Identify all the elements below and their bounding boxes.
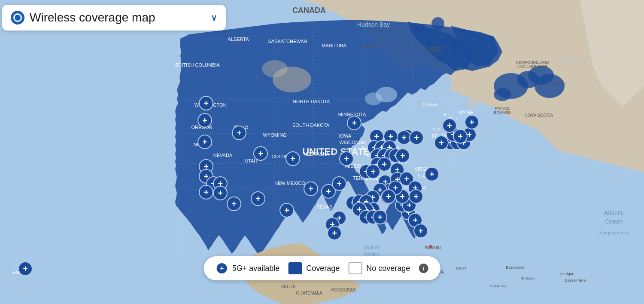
svg-text:Labrador Sea: Labrador Sea [556, 58, 587, 64]
svg-text:VT: VT [444, 112, 450, 117]
zoom-marker-ca4[interactable]: + [227, 197, 241, 211]
svg-point-2 [416, 24, 425, 32]
legend-bar: + 5G+ available Coverage No coverage i [204, 256, 440, 280]
zoom-marker-al2[interactable]: + [373, 210, 387, 224]
zoom-marker-me1[interactable]: + [465, 115, 479, 129]
svg-text:N.Y.: N.Y. [432, 127, 441, 132]
svg-text:TEXAS: TEXAS [317, 204, 332, 209]
svg-text:GUATEMALA: GUATEMALA [296, 291, 322, 295]
zoom-marker-co2[interactable]: + [286, 151, 300, 166]
zoom-marker-tx1[interactable]: + [279, 203, 294, 218]
zoom-marker-nc2[interactable]: + [409, 189, 423, 204]
svg-text:NORTH DAKOTA: NORTH DAKOTA [293, 99, 330, 104]
svg-text:NEBRASKA: NEBRASKA [304, 151, 330, 157]
legend-coverage-label: Coverage [306, 264, 340, 273]
coverage-swatch [288, 262, 302, 274]
svg-point-1 [431, 17, 444, 30]
svg-text:SASKATCHEWAN: SASKATCHEWAN [268, 39, 307, 44]
svg-point-10 [535, 74, 565, 98]
zoom-marker-vt1[interactable]: + [442, 118, 457, 133]
map-container: CANADA UNITED STATES WASHINGTON OREGON N… [0, 0, 644, 304]
map-title: Wireless coverage map [30, 11, 206, 25]
zoom-marker-mo2[interactable]: + [366, 164, 380, 179]
svg-text:QUEBEC: QUEBEC [424, 46, 444, 52]
svg-text:St-Pierre: St-Pierre [550, 82, 566, 86]
zoom-marker-nw3[interactable]: + [232, 126, 246, 140]
chevron-down-icon: ∨ [211, 12, 217, 23]
svg-text:NOVA SCOTIA: NOVA SCOTIA [524, 113, 553, 118]
svg-point-3 [443, 37, 450, 44]
svg-text:NEW MEXICO: NEW MEXICO [274, 181, 306, 186]
svg-text:MAINE: MAINE [459, 110, 474, 115]
zoom-marker-oh1[interactable]: + [409, 130, 424, 145]
legend-coverage-item: Coverage [288, 262, 340, 274]
zoom-marker-ne1[interactable]: + [339, 151, 354, 166]
svg-text:Basseterre: Basseterre [506, 265, 525, 270]
svg-text:AND LABRADOR: AND LABRADOR [517, 64, 548, 69]
svg-text:Gulf of: Gulf of [364, 245, 379, 251]
zoom-marker-ky2[interactable]: + [395, 148, 410, 163]
zoom-marker-ca1[interactable]: + [199, 185, 213, 200]
svg-text:EDWARD: EDWARD [494, 111, 511, 115]
zoom-marker-tn6[interactable]: + [381, 189, 396, 204]
svg-text:HAITI: HAITI [456, 266, 466, 270]
svg-text:CANADA: CANADA [292, 6, 326, 15]
svg-text:BELIZE: BELIZE [281, 284, 296, 289]
zoom-marker-ca3[interactable]: + [213, 186, 228, 200]
svg-point-15 [466, 98, 479, 108]
svg-text:Hudson Bay: Hudson Bay [357, 21, 390, 28]
svg-text:Basse-Terre: Basse-Terre [565, 278, 586, 283]
legend-5g-item: + 5G+ available [216, 262, 280, 274]
svg-point-9 [494, 88, 511, 101]
zoom-marker-la1[interactable]: + [332, 176, 346, 191]
info-icon[interactable]: i [419, 264, 428, 273]
zoom-marker-ok1[interactable]: + [304, 181, 318, 196]
svg-text:U.S.(U.S.): U.S.(U.S.) [490, 284, 506, 288]
svg-text:WISCONSIN: WISCONSIN [339, 140, 367, 145]
svg-point-4 [450, 42, 460, 52]
svg-text:IOWA: IOWA [339, 133, 352, 138]
zoom-marker-nw1[interactable]: + [199, 96, 213, 111]
svg-text:Sargasso Sea: Sargasso Sea [599, 230, 629, 235]
svg-text:NEVADA: NEVADA [213, 153, 233, 158]
zoom-marker-nw2[interactable]: + [197, 113, 212, 128]
zoom-marker-mn1[interactable]: + [347, 116, 361, 130]
zoom-marker-va1[interactable]: + [425, 167, 439, 181]
svg-text:HONDURAS: HONDURAS [331, 288, 356, 292]
zoom-marker-nm1[interactable]: + [251, 191, 265, 206]
svg-text:Nassau: Nassau [425, 245, 440, 250]
svg-text:SOUTH DAKOTA: SOUTH DAKOTA [292, 123, 330, 128]
svg-text:Marigot: Marigot [560, 272, 574, 276]
title-card[interactable]: Wireless coverage map ∨ [2, 5, 226, 31]
no-coverage-swatch [348, 262, 362, 274]
svg-text:PRINCE: PRINCE [495, 106, 510, 111]
zoom-marker-wv1[interactable]: + [434, 135, 449, 150]
zoom-marker-or1[interactable]: + [197, 135, 212, 149]
svg-text:Atlantic: Atlantic [604, 209, 624, 216]
5g-plus-icon: + [216, 262, 228, 274]
svg-text:Ottawa: Ottawa [423, 102, 438, 107]
zoom-marker-ma1[interactable]: + [453, 129, 468, 144]
legend-no-coverage-item: No coverage [348, 262, 410, 274]
legend-5g-label: 5G+ available [232, 264, 280, 273]
svg-text:NEWFOUNDLAND: NEWFOUNDLAND [516, 60, 549, 64]
svg-text:ALBERTA: ALBERTA [228, 37, 249, 42]
svg-point-5 [425, 39, 433, 47]
svg-point-82 [429, 245, 432, 248]
legend-no-coverage-label: No coverage [366, 264, 410, 273]
svg-text:Ocean: Ocean [605, 218, 623, 225]
svg-text:St-John's: St-John's [521, 276, 535, 280]
zoom-marker-fl6[interactable]: + [413, 224, 428, 238]
logo-icon [11, 11, 24, 25]
svg-text:BRITISH COLUMBIA: BRITISH COLUMBIA [175, 62, 220, 68]
zoom-marker-hawaii[interactable]: + [18, 261, 33, 276]
svg-text:MANITOBA: MANITOBA [322, 43, 346, 48]
zoom-marker-tx4[interactable]: + [327, 226, 342, 240]
svg-text:ONTARIO: ONTARIO [361, 43, 383, 48]
zoom-marker-co1[interactable]: + [253, 146, 268, 161]
